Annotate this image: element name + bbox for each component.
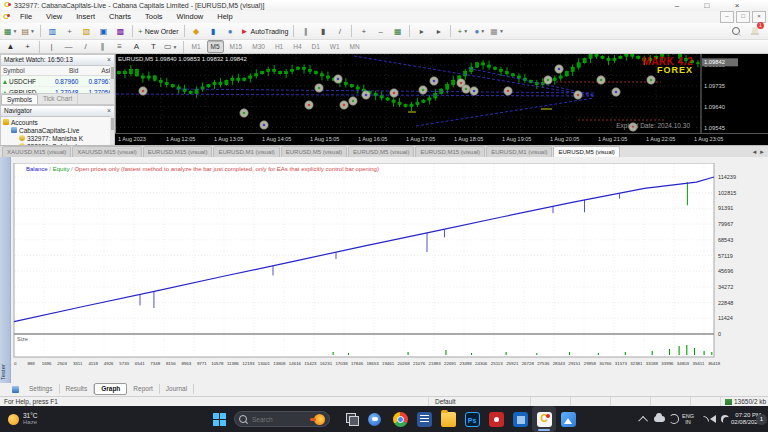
blue-settings-button[interactable] [508,406,532,432]
auto-scroll-button[interactable]: ▸ [431,24,446,39]
periods-button[interactable]: ●▼ [472,24,487,39]
search-highlight-icon[interactable] [314,414,325,425]
menu-item-help[interactable]: Help [210,11,239,23]
menu-item-charts[interactable]: Charts [102,11,138,23]
data-window-button[interactable]: + [62,24,77,39]
chart-tab-8[interactable]: EURUSD,M5 (visual) [553,146,619,157]
notifications-button[interactable]: 1 [747,24,762,39]
language-indicator[interactable]: ENGIN [682,406,694,432]
toolbar-search-button[interactable] [730,24,745,39]
timeframe-mn-button[interactable]: MN [346,40,364,53]
tile-windows-button[interactable]: ▦ [390,24,405,39]
channel-tool[interactable]: ∥ [95,39,110,54]
chrome-button[interactable] [388,406,412,432]
text-tool[interactable]: A [129,39,144,54]
chart-shift-button[interactable]: ▸ [414,24,429,39]
file-explorer-button[interactable] [436,406,460,432]
indicators-button[interactable]: +▼ [455,24,470,39]
menu-item-file[interactable]: File [13,11,39,23]
close-icon[interactable]: × [107,106,111,116]
start-button[interactable] [213,406,226,432]
profiles-button[interactable]: ▤▼ [21,24,37,39]
timeframe-w1-button[interactable]: W1 [326,40,344,53]
timeframe-m30-button[interactable]: M30 [248,40,269,53]
metaeditor-button[interactable]: ◆ [189,24,204,39]
label-tool[interactable]: T [146,39,161,54]
zoom-out-button[interactable]: – [373,24,388,39]
chart-tab-1[interactable]: XAUUSD,M15 (visual) [72,146,141,157]
close-button[interactable]: × [722,0,752,11]
terminal-button[interactable]: ▣ [96,24,111,39]
timeframe-h4-button[interactable]: H4 [289,40,305,53]
tab-scroll-arrows[interactable]: ◄ ► [751,147,765,157]
chart-tab-0[interactable]: XAUUSD,M15 (visual) [2,146,71,157]
menu-item-window[interactable]: Window [170,11,211,23]
tester-tab-report[interactable]: Report [127,384,160,394]
tester-tab-settings[interactable]: Settings [23,384,60,394]
market-watch-tab-tick-chart[interactable]: Tick Chart [38,94,78,104]
tree-item[interactable]: 332977: Manisha K [3,134,114,142]
mdi-minimize-button[interactable]: – [720,11,734,23]
community-button[interactable]: ● [223,24,238,39]
wifi-button[interactable] [698,406,709,432]
table-row[interactable]: USDCHF0.879600.87967 [1,76,114,87]
maximize-button[interactable]: □ [692,0,722,11]
red-app-button[interactable] [484,406,508,432]
menu-item-insert[interactable]: Insert [69,11,102,23]
timeframe-h1-button[interactable]: H1 [271,40,287,53]
fibonacci-tool[interactable]: ≡ [112,39,127,54]
shapes-tool[interactable]: ▭▼ [163,39,179,54]
tree-item[interactable]: CabanaCapitals-Live [3,126,114,134]
zoom-in-button[interactable]: + [356,24,371,39]
tester-tab-journal[interactable]: Journal [160,384,194,394]
market-watch-button[interactable]: ▥ [45,24,60,39]
new-chart-button[interactable]: ▦▼ [3,24,19,39]
market-watch-tab-symbols[interactable]: Symbols [1,94,38,104]
close-icon[interactable]: × [107,55,111,65]
task-view-button[interactable] [346,406,358,432]
timeframe-m5-button[interactable]: M5 [207,40,224,53]
line-chart-button[interactable]: / [332,24,347,39]
bar-chart-button[interactable]: ∥ [298,24,313,39]
tester-balance-graph[interactable]: Size114239102815913917996768543571194569… [10,163,768,378]
horizontal-line-tool[interactable]: — [61,39,76,54]
navigator-button[interactable]: ▧ [79,24,94,39]
minimize-button[interactable]: – [662,0,692,11]
chart-tab-6[interactable]: EURUSD,M15 (visual) [415,146,485,157]
trendline-tool[interactable]: / [78,39,93,54]
crosshair-tool[interactable]: + [20,39,35,54]
new-order-button[interactable]: +New Order [137,24,180,39]
navigator-scrollbar[interactable] [110,116,114,145]
menu-item-view[interactable]: View [39,11,69,23]
tray-cloud-button[interactable] [654,406,665,432]
search-input[interactable] [250,415,309,424]
vps-button[interactable]: ▮ [206,24,221,39]
chat-button[interactable] [368,406,381,432]
taskbar-search[interactable] [234,406,330,432]
chart-tab-7[interactable]: EURUSD,M1 (visual) [486,146,552,157]
templates-button[interactable]: ▦▼ [489,24,505,39]
market-watch-scrollbar[interactable] [110,65,114,94]
tester-tab-results[interactable]: Results [60,384,95,394]
market-watch-header[interactable]: Market Watch: 16:50:13 × [1,55,114,66]
chart-menu-icon[interactable] [2,13,10,21]
cursor-tool[interactable]: ▲ [3,39,18,54]
tree-item[interactable]: Accounts [3,118,114,126]
word-document-button[interactable] [412,406,436,432]
vertical-line-tool[interactable]: | [44,39,59,54]
metatrader-button[interactable]: C [532,406,556,432]
navigator-header[interactable]: Navigator × [1,106,114,117]
tray-sync-button[interactable] [669,406,679,432]
taskbar-weather-widget[interactable]: 31°C Haze [8,406,38,432]
tray-chevron-button[interactable] [641,406,648,432]
chart-tab-5[interactable]: EURUSD,M5 (visual) [348,146,414,157]
photoshop-button[interactable]: Ps [460,406,484,432]
chart-tab-3[interactable]: EURUSD,M1 (visual) [213,146,279,157]
photos-button[interactable] [556,406,580,432]
timeframe-m1-button[interactable]: M1 [188,40,205,53]
chart-tab-2[interactable]: EURUSD,M15 (visual) [143,146,213,157]
menu-item-tools[interactable]: Tools [138,11,170,23]
timeframe-m15-button[interactable]: M15 [226,40,247,53]
timeframe-d1-button[interactable]: D1 [308,40,324,53]
mdi-restore-button[interactable]: □ [736,11,750,23]
